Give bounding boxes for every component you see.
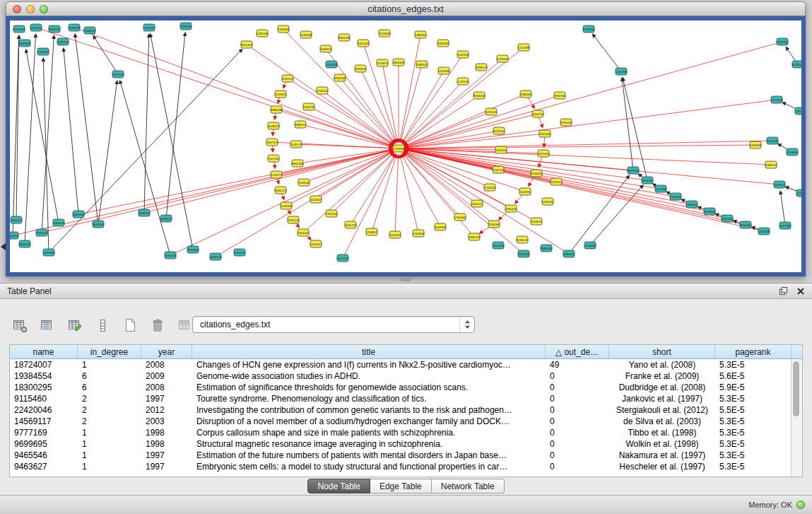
graph-node[interactable]: 1722230 <box>457 78 469 85</box>
graph-node[interactable]: 1282046 <box>257 30 269 37</box>
graph-node[interactable]: 1094203 <box>704 208 716 215</box>
graph-node[interactable]: 1646794 <box>616 68 628 75</box>
graph-node[interactable]: 1104911 <box>519 188 531 195</box>
column-header-short[interactable]: short <box>609 345 715 358</box>
graph-node[interactable]: 1083421 <box>774 181 786 188</box>
graph-node[interactable]: 2051100 <box>282 75 294 82</box>
graph-node[interactable]: 1647323 <box>326 61 338 68</box>
graph-node[interactable]: 1952044 <box>326 210 338 217</box>
graph-node[interactable]: 1002003 <box>10 232 19 239</box>
graph-node[interactable]: 1358104 <box>84 27 96 34</box>
graph-node[interactable]: 1550511 <box>234 249 246 256</box>
graph-node[interactable]: 1889272 <box>295 121 307 128</box>
column-header-pagerank[interactable]: pagerank <box>715 345 792 358</box>
graph-node[interactable]: 9245012 <box>517 236 529 243</box>
graph-node[interactable]: 1120523 <box>275 90 287 98</box>
graph-node[interactable]: 1599593 <box>750 141 762 148</box>
column-header-year[interactable]: year <box>141 345 192 358</box>
graph-node[interactable]: 1425333 <box>281 202 293 209</box>
graph-node[interactable]: 9224103 <box>792 61 801 68</box>
graph-node[interactable]: 1321600 <box>539 130 551 137</box>
row-height-icon[interactable] <box>91 315 114 336</box>
trash-icon[interactable] <box>146 315 169 336</box>
tab-edge-table[interactable]: Edge Table <box>370 479 432 493</box>
graph-node[interactable]: 1224509 <box>758 228 770 235</box>
graph-node[interactable]: 1750462 <box>454 214 466 221</box>
graph-node[interactable]: 1124515 <box>531 218 543 225</box>
graph-node[interactable]: 8132041 <box>493 127 505 134</box>
graph-node[interactable]: 1526723 <box>290 141 302 148</box>
graph-node[interactable]: 2206088 <box>278 25 290 33</box>
graph-node[interactable]: 1550203 <box>73 211 85 218</box>
select-columns-icon[interactable] <box>36 315 59 336</box>
graph-node[interactable]: 9564203 <box>473 92 486 99</box>
graph-node[interactable]: 8944269 <box>334 74 346 81</box>
graph-node[interactable]: 1023410 <box>143 24 155 31</box>
graph-node[interactable]: 1494258 <box>300 31 312 38</box>
graph-node[interactable]: 1154409 <box>787 148 799 156</box>
graph-node[interactable]: 1000764 <box>30 24 42 31</box>
graph-node[interactable]: 1203305 <box>37 48 49 55</box>
graph-node[interactable]: 1964503 <box>541 245 553 252</box>
collapse-arrow-icon[interactable] <box>1 243 6 250</box>
graph-node[interactable]: 1095432 <box>542 198 554 205</box>
graph-node[interactable]: 2260503 <box>53 219 65 226</box>
graph-node[interactable]: 1215271 <box>271 171 283 178</box>
graph-node[interactable]: 2254082 <box>435 223 447 230</box>
graph-node[interactable]: 1650127 <box>471 200 483 207</box>
graph-node[interactable]: 1905153 <box>36 229 48 236</box>
table-row[interactable]: 1456911722003Disruption of a novel membe… <box>10 416 802 427</box>
splitter-handle[interactable] <box>401 278 411 281</box>
graph-node[interactable]: 3028075 <box>268 122 280 129</box>
graph-node[interactable]: 1125439 <box>379 30 391 37</box>
graph-node[interactable]: 1004742 <box>532 110 544 117</box>
table-row[interactable]: 911546021997Tourette syndrome. Phenomeno… <box>10 393 802 404</box>
graph-node[interactable]: 1650423 <box>505 205 517 212</box>
graph-node[interactable]: 9051103 <box>93 221 105 228</box>
graph-node[interactable]: 1721050 <box>796 189 801 197</box>
minimize-window-button[interactable] <box>26 5 35 13</box>
graph-node[interactable]: 1677282 <box>779 222 792 229</box>
graph-node[interactable]: 9265123 <box>275 187 287 194</box>
graph-node[interactable]: 9861038 <box>339 34 351 41</box>
table-row[interactable]: 946362711997Embryonic stem cells: a mode… <box>10 461 802 472</box>
close-window-button[interactable] <box>13 5 21 13</box>
tab-network-table[interactable]: Network Table <box>432 479 505 493</box>
graph-node[interactable]: 1100874 <box>377 59 389 66</box>
tab-node-table[interactable]: Node Table <box>307 479 370 493</box>
graph-node[interactable]: 1685003 <box>520 90 532 98</box>
graph-node[interactable]: 1853304 <box>393 59 405 66</box>
graph-node[interactable]: 1959322 <box>416 61 428 68</box>
vertical-scrollbar[interactable] <box>791 359 802 477</box>
graph-node[interactable]: 1224069 <box>584 242 596 249</box>
graph-node[interactable]: 1558203 <box>69 24 81 31</box>
graph-node[interactable]: 1541469 <box>655 185 667 192</box>
graph-node[interactable]: 2423347 <box>310 240 322 247</box>
graph-node[interactable]: 1895750 <box>469 233 481 240</box>
edit-table-icon[interactable] <box>64 315 86 336</box>
graph-node[interactable]: 1841693 <box>19 40 31 47</box>
graph-node[interactable]: 1962410 <box>686 201 698 208</box>
table-row[interactable]: 969969511998Structural magnetic resonanc… <box>10 438 802 450</box>
graph-node[interactable]: 1621620 <box>538 150 550 157</box>
table-row[interactable]: 1830029562008Estimation of significance … <box>10 382 802 393</box>
table-row[interactable]: 946554611997Estimation of the future num… <box>10 450 802 461</box>
graph-node[interactable]: 9886038 <box>271 106 283 113</box>
table-row[interactable]: 1938455462009Genome-wide association stu… <box>10 370 802 382</box>
graph-node[interactable]: 1541203 <box>457 51 469 58</box>
graph-node[interactable]: 7635144 <box>288 216 300 223</box>
graph-node[interactable]: 9145022 <box>518 250 530 257</box>
graph-node[interactable]: 2302212 <box>49 25 61 33</box>
graph-node[interactable]: 1221398 <box>518 44 530 51</box>
close-panel-icon[interactable] <box>796 287 805 296</box>
graph-node[interactable]: 1679391 <box>642 177 654 184</box>
graph-node[interactable]: 9245032 <box>740 221 752 228</box>
graph-node[interactable]: 1130327 <box>310 196 322 203</box>
table-selector-combobox[interactable]: citations_edges.txt <box>192 316 475 333</box>
graph-node[interactable]: 1227434 <box>771 96 783 103</box>
graph-node[interactable]: 8601410 <box>241 41 253 48</box>
graph-node[interactable]: 1558604 <box>180 23 192 30</box>
graph-node[interactable]: 2216416 <box>484 184 496 191</box>
graph-node[interactable]: 7524542 <box>298 179 310 186</box>
graph-node[interactable]: 1763544 <box>413 230 425 237</box>
